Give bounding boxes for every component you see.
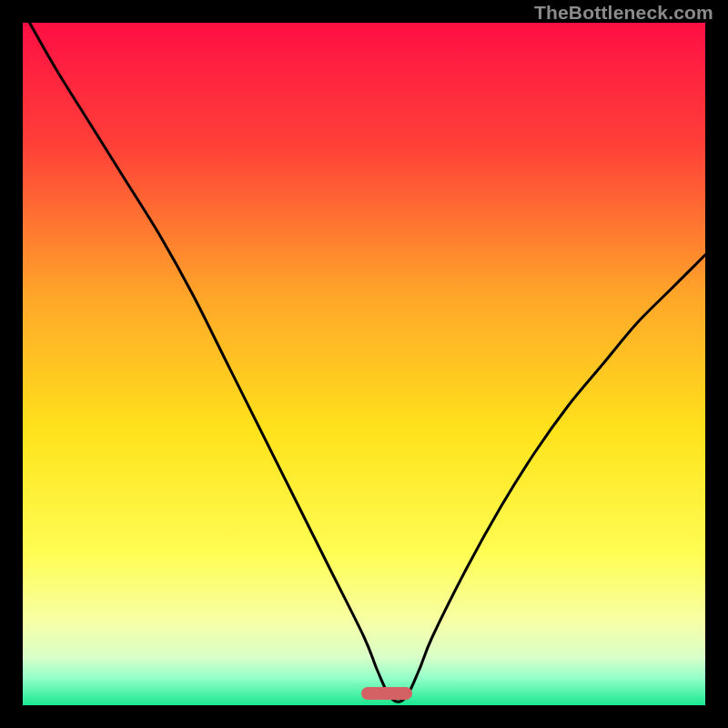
background-gradient — [23, 23, 705, 705]
plot-area — [23, 23, 705, 705]
chart-frame: TheBottleneck.com — [0, 0, 728, 728]
watermark-text: TheBottleneck.com — [534, 2, 713, 24]
optimum-marker — [361, 687, 412, 700]
